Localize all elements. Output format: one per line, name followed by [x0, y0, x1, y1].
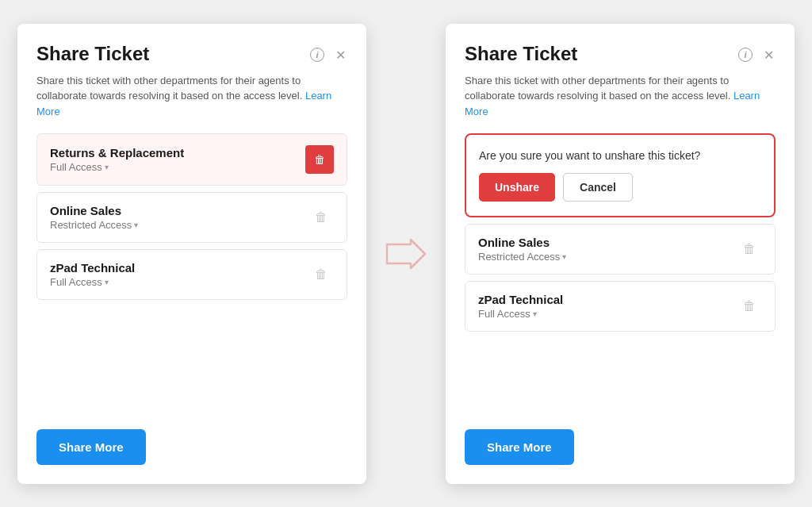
- right-dept-access-online-sales[interactable]: Restricted Access ▾: [478, 251, 566, 263]
- right-modal-header: Share Ticket i ✕: [465, 43, 776, 65]
- right-info-button[interactable]: i: [737, 46, 754, 63]
- right-dept-info-online-sales: Online Sales Restricted Access ▾: [478, 236, 566, 263]
- left-info-button[interactable]: i: [308, 46, 326, 63]
- right-modal-title: Share Ticket: [465, 43, 577, 65]
- chevron-down-icon-r1: ▾: [562, 252, 566, 261]
- right-modal: Share Ticket i ✕ Share this ticket with …: [446, 24, 795, 484]
- left-dept-info-zpad: zPad Technical Full Access ▾: [50, 261, 135, 288]
- close-icon-right: ✕: [764, 48, 774, 63]
- chevron-down-icon-2: ▾: [134, 221, 138, 229]
- left-modal-header: Share Ticket i ✕: [36, 43, 347, 65]
- left-dept-info-returns: Returns & Replacement Full Access ▾: [50, 146, 184, 173]
- arrow-divider: [382, 238, 430, 270]
- right-dept-info-zpad: zPad Technical Full Access ▾: [478, 293, 563, 320]
- trash-icon-r1: 🗑: [743, 242, 756, 256]
- trash-icon-r2: 🗑: [743, 299, 756, 313]
- trash-icon-grey: 🗑: [315, 210, 327, 225]
- svg-marker-0: [387, 240, 425, 268]
- chevron-down-icon-3: ▾: [105, 278, 109, 286]
- left-modal-controls: i ✕: [308, 46, 347, 64]
- right-dept-list: Online Sales Restricted Access ▾ 🗑 zPad …: [465, 224, 776, 413]
- left-dept-name-returns: Returns & Replacement: [50, 146, 184, 159]
- info-icon-right: i: [738, 48, 753, 62]
- close-icon: ✕: [335, 48, 346, 63]
- right-arrow-icon: [385, 238, 427, 270]
- left-dept-access-returns[interactable]: Full Access ▾: [50, 161, 184, 173]
- confirm-actions: Unshare Cancel: [479, 173, 761, 202]
- right-dept-name-zpad: zPad Technical: [478, 293, 563, 306]
- left-dept-item-online-sales: Online Sales Restricted Access ▾ 🗑: [36, 192, 347, 243]
- left-modal-title: Share Ticket: [36, 43, 149, 65]
- left-dept-name-zpad: zPad Technical: [50, 261, 135, 275]
- right-dept-access-zpad[interactable]: Full Access ▾: [478, 308, 563, 320]
- trash-icon: 🗑: [314, 153, 325, 166]
- right-close-button[interactable]: ✕: [762, 46, 776, 64]
- left-modal: Share Ticket i ✕ Share this ticket with …: [17, 24, 366, 484]
- right-dept-item-online-sales: Online Sales Restricted Access ▾ 🗑: [465, 224, 776, 275]
- left-modal-description: Share this ticket with other departments…: [36, 73, 347, 120]
- left-close-button[interactable]: ✕: [334, 46, 347, 64]
- left-dept-name-online-sales: Online Sales: [50, 204, 138, 217]
- left-share-more-button[interactable]: Share More: [36, 429, 146, 465]
- left-delete-button-zpad[interactable]: 🗑: [308, 262, 334, 287]
- page-wrapper: Share Ticket i ✕ Share this ticket with …: [2, 8, 810, 500]
- left-dept-info-online-sales: Online Sales Restricted Access ▾: [50, 204, 138, 231]
- info-icon: i: [310, 48, 324, 62]
- right-modal-description: Share this ticket with other departments…: [465, 73, 776, 120]
- left-dept-access-zpad[interactable]: Full Access ▾: [50, 276, 135, 288]
- right-dept-name-online-sales: Online Sales: [478, 236, 566, 249]
- left-dept-list: Returns & Replacement Full Access ▾ 🗑 On…: [36, 133, 347, 413]
- left-dept-access-online-sales[interactable]: Restricted Access ▾: [50, 219, 138, 231]
- cancel-button[interactable]: Cancel: [563, 173, 633, 202]
- unshare-button[interactable]: Unshare: [479, 173, 555, 202]
- chevron-down-icon: ▾: [105, 163, 109, 171]
- right-modal-controls: i ✕: [737, 46, 776, 64]
- confirm-unshare-box: Are you sure you want to unshare this ti…: [465, 133, 776, 217]
- trash-icon-grey-2: 🗑: [315, 267, 327, 282]
- right-share-more-button[interactable]: Share More: [465, 429, 574, 465]
- left-dept-item-zpad: zPad Technical Full Access ▾ 🗑: [36, 249, 347, 300]
- left-delete-button-returns[interactable]: 🗑: [305, 145, 334, 174]
- left-delete-button-online-sales[interactable]: 🗑: [308, 205, 334, 230]
- right-dept-item-zpad: zPad Technical Full Access ▾ 🗑: [465, 281, 776, 332]
- right-delete-button-zpad[interactable]: 🗑: [737, 294, 762, 319]
- chevron-down-icon-r2: ▾: [533, 309, 537, 318]
- left-dept-item-returns: Returns & Replacement Full Access ▾ 🗑: [36, 133, 347, 186]
- right-delete-button-online-sales[interactable]: 🗑: [737, 236, 762, 262]
- confirm-question: Are you sure you want to unshare this ti…: [479, 149, 761, 162]
